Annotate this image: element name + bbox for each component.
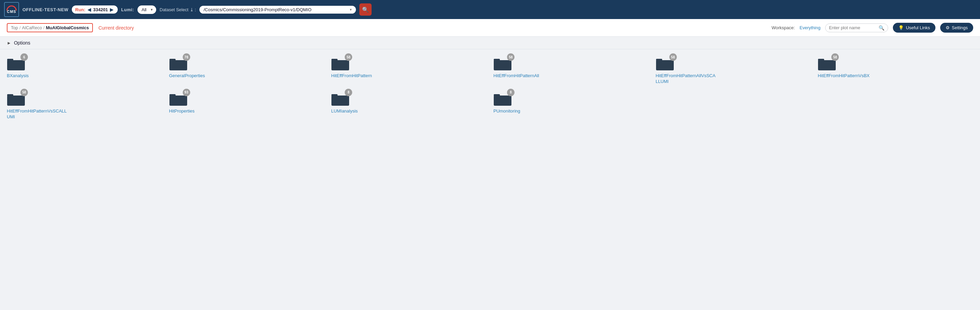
folder-badge: 93	[183, 89, 190, 96]
breadcrumb: Top / AlCaReco / MuAlGlobalCosmics	[7, 23, 93, 32]
settings-icon: ⚙	[946, 25, 950, 30]
useful-links-icon: 💡	[898, 25, 904, 30]
plot-search-input[interactable]	[829, 25, 877, 30]
useful-links-label: Useful Links	[906, 25, 930, 30]
folder-icon-wrap: 8	[493, 92, 512, 106]
run-prev-button[interactable]: ◀	[87, 7, 92, 12]
folder-icon-wrap: 58	[331, 56, 350, 71]
folder-name: GeneralProperties	[169, 73, 205, 79]
folder-icon-wrap: 58	[656, 56, 674, 71]
folder-item[interactable]: 6BXanalysis	[7, 56, 75, 85]
folder-badge: 8	[345, 89, 352, 96]
folder-name: PUmonitoring	[493, 108, 520, 114]
folder-badge: 8	[507, 89, 514, 96]
folder-badge: 58	[831, 53, 839, 61]
breadcrumb-sep-1: /	[19, 25, 21, 30]
run-value: 334201	[93, 7, 108, 12]
folder-item[interactable]: 58HitEffFromHitPatternAll	[493, 56, 562, 85]
folder-name: BXanalysis	[7, 73, 29, 79]
svg-rect-9	[656, 60, 674, 70]
folder-item[interactable]: 58HitEffFromHitPatternVsSCALLUMI	[7, 92, 75, 120]
cms-logo: CMS	[4, 2, 19, 17]
dataset-select-label: Dataset Select	[159, 7, 189, 12]
folder-icon-wrap: 78	[169, 56, 188, 71]
folder-icon-wrap: 58	[7, 92, 25, 106]
mode-label: OFFLINE-TEST-NEW	[22, 7, 68, 12]
folder-item[interactable]: 8PUmonitoring	[493, 92, 562, 120]
lumi-label: Lumi:	[121, 7, 134, 12]
folder-item[interactable]: 58HitEffFromHitPattern	[331, 56, 399, 85]
svg-rect-13	[7, 95, 25, 106]
folder-badge: 58	[21, 89, 28, 96]
lumi-select[interactable]: All	[137, 5, 156, 14]
lumi-select-wrapper: All	[137, 5, 156, 14]
breadcrumb-alcareco[interactable]: AlCaReco	[22, 25, 42, 30]
breadcrumb-top[interactable]: Top	[11, 25, 18, 30]
folder-badge: 58	[507, 53, 514, 61]
folder-name: HitEffFromHitPattern	[331, 73, 372, 79]
plot-search-icon: 🔍	[878, 25, 885, 31]
folder-badge: 78	[183, 53, 190, 61]
dataset-path-input[interactable]	[204, 7, 348, 12]
top-navigation: CMS OFFLINE-TEST-NEW Run: ◀ 334201 ▶ Lum…	[0, 0, 980, 19]
settings-label: Settings	[952, 25, 968, 30]
breadcrumb-right: Workspace: Everything 🔍 💡 Useful Links ⚙…	[772, 23, 973, 33]
svg-rect-11	[818, 60, 836, 70]
folder-grid: 6BXanalysis78GeneralProperties58HitEffFr…	[7, 56, 973, 120]
workspace-label: Workspace:	[772, 25, 795, 30]
folder-badge: 58	[345, 53, 352, 61]
folder-name: HitEffFromHitPatternVsSCALLUMI	[7, 108, 68, 120]
dataset-chevron-icon: ▾	[350, 8, 352, 12]
dataset-path-wrap: ▾	[199, 6, 356, 14]
folder-name: LUMIanalysis	[331, 108, 358, 114]
dataset-select-chevron: ⤓	[190, 7, 194, 12]
folder-icon-wrap: 58	[818, 56, 836, 71]
main-content: 6BXanalysis78GeneralProperties58HitEffFr…	[0, 49, 980, 305]
folder-icon-wrap: 6	[7, 56, 25, 71]
folder-item[interactable]: 58HitEffFromHitPatternVsBX	[818, 56, 886, 85]
folder-name: HitEffFromHitPatternVsBX	[818, 73, 869, 79]
options-label: Options	[14, 40, 30, 46]
breadcrumb-sep-2: /	[43, 25, 45, 30]
folder-item[interactable]: 58HitEffFromHitPatternAllVsSCALLUMI	[656, 56, 724, 85]
options-chevron-icon: ►	[7, 40, 11, 46]
useful-links-button[interactable]: 💡 Useful Links	[893, 23, 935, 33]
svg-rect-19	[494, 95, 511, 106]
dataset-select-button[interactable]: Dataset Select ⤓ :	[159, 7, 196, 12]
options-row[interactable]: ► Options	[0, 37, 980, 49]
breadcrumb-bar: Top / AlCaReco / MuAlGlobalCosmics Curre…	[0, 19, 980, 37]
search-button[interactable]: 🔍	[360, 3, 372, 16]
dataset-select-colon: :	[195, 7, 196, 12]
folder-item[interactable]: 93HitProperties	[169, 92, 237, 120]
run-next-button[interactable]: ▶	[109, 7, 115, 12]
settings-button[interactable]: ⚙ Settings	[940, 23, 973, 33]
run-chip: Run: ◀ 334201 ▶	[72, 5, 118, 14]
svg-rect-7	[494, 60, 511, 70]
svg-rect-3	[169, 60, 187, 70]
svg-rect-5	[331, 60, 349, 70]
folder-icon-wrap: 58	[493, 56, 512, 71]
folder-name: HitEffFromHitPatternAllVsSCALLUMI	[656, 73, 717, 85]
folder-item[interactable]: 8LUMIanalysis	[331, 92, 399, 120]
run-label: Run:	[75, 7, 86, 12]
svg-rect-17	[331, 95, 349, 106]
folder-item[interactable]: 78GeneralProperties	[169, 56, 237, 85]
folder-name: HitEffFromHitPatternAll	[493, 73, 539, 79]
cms-logo-text: CMS	[7, 10, 16, 14]
svg-rect-1	[7, 60, 25, 70]
folder-icon-wrap: 93	[169, 92, 188, 106]
folder-icon-wrap: 8	[331, 92, 350, 106]
folder-name: HitProperties	[169, 108, 195, 114]
search-icon: 🔍	[362, 6, 369, 13]
current-directory-label: Current directory	[98, 25, 134, 31]
folder-badge: 6	[21, 53, 28, 61]
breadcrumb-current: MuAlGlobalCosmics	[46, 25, 89, 30]
plot-search-wrap: 🔍	[825, 24, 888, 32]
workspace-everything-link[interactable]: Everything	[800, 25, 821, 30]
svg-rect-15	[169, 95, 187, 106]
folder-badge: 58	[669, 53, 677, 61]
